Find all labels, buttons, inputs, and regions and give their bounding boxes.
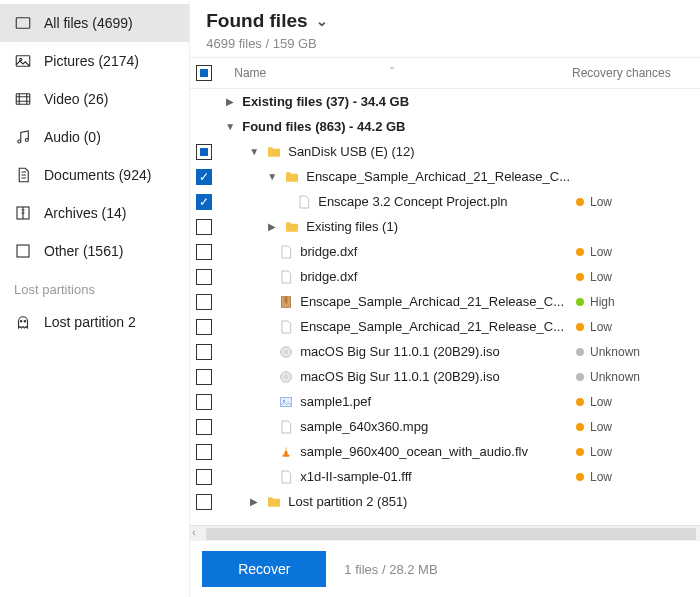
status-dot-icon [576, 423, 584, 431]
main-panel: Found files ⌄ 4699 files / 159 GB ⌃ Name… [190, 0, 700, 597]
column-recovery[interactable]: Recovery chances [572, 66, 692, 80]
file-row[interactable]: sample1.pef Low [190, 389, 700, 414]
page-title[interactable]: Found files ⌄ [206, 10, 684, 32]
row-checkbox[interactable] [196, 244, 212, 260]
sidebar-item-audio[interactable]: Audio (0) [0, 118, 189, 156]
group-row-found[interactable]: ▼ Found files (863) - 44.2 GB [190, 114, 700, 139]
row-checkbox[interactable] [196, 269, 212, 285]
image-icon [278, 394, 294, 410]
file-name: sample1.pef [300, 394, 570, 409]
header-subtitle: 4699 files / 159 GB [206, 36, 684, 51]
row-checkbox[interactable] [196, 219, 212, 235]
file-icon [278, 419, 294, 435]
file-name: sample_960x400_ocean_with_audio.flv [300, 444, 570, 459]
file-row[interactable]: bridge.dxf Low [190, 239, 700, 264]
file-row[interactable]: x1d-II-sample-01.fff Low [190, 464, 700, 489]
row-checkbox[interactable] [196, 169, 212, 185]
file-row[interactable]: sample_640x360.mpg Low [190, 414, 700, 439]
folder-row-usb[interactable]: ▼ SanDisk USB (E) (12) [190, 139, 700, 164]
column-name[interactable]: ⌃ Name [212, 66, 572, 80]
file-icon [278, 269, 294, 285]
recover-button[interactable]: Recover [202, 551, 326, 587]
sidebar-item-documents[interactable]: Documents (924) [0, 156, 189, 194]
column-header: ⌃ Name Recovery chances [190, 57, 700, 89]
file-row[interactable]: macOS Big Sur 11.0.1 (20B29).iso Unknown [190, 364, 700, 389]
folder-row-lost-partition[interactable]: ▶ Lost partition 2 (851) [190, 489, 700, 514]
expand-icon[interactable]: ▶ [266, 221, 278, 232]
row-checkbox[interactable] [196, 369, 212, 385]
sidebar-item-video[interactable]: Video (26) [0, 80, 189, 118]
file-row[interactable]: Enscape_Sample_Archicad_21_Release_C... … [190, 314, 700, 339]
expand-icon[interactable]: ▶ [248, 496, 260, 507]
status-dot-icon [576, 273, 584, 281]
status-dot-icon [576, 198, 584, 206]
row-checkbox[interactable] [196, 294, 212, 310]
row-checkbox[interactable] [196, 394, 212, 410]
scroll-thumb[interactable] [206, 528, 696, 540]
file-icon [296, 194, 312, 210]
documents-icon [14, 166, 32, 184]
disc-icon [278, 369, 294, 385]
svg-rect-19 [285, 449, 288, 450]
row-checkbox[interactable] [196, 494, 212, 510]
sort-arrow-icon: ⌃ [388, 65, 396, 76]
file-icon [278, 319, 294, 335]
select-all-checkbox[interactable] [196, 65, 212, 81]
svg-point-9 [24, 321, 26, 323]
svg-point-15 [285, 375, 288, 378]
archives-icon [14, 204, 32, 222]
sidebar-item-pictures[interactable]: Pictures (2174) [0, 42, 189, 80]
sidebar-item-label: Audio (0) [44, 129, 101, 145]
row-checkbox[interactable] [196, 194, 212, 210]
expand-icon[interactable]: ▶ [224, 96, 236, 107]
status-dot-icon [576, 373, 584, 381]
file-row[interactable]: Enscape 3.2 Concept Project.pln Low [190, 189, 700, 214]
row-checkbox[interactable] [196, 144, 212, 160]
row-checkbox[interactable] [196, 419, 212, 435]
file-row[interactable]: Enscape_Sample_Archicad_21_Release_C... … [190, 289, 700, 314]
collapse-icon[interactable]: ▼ [248, 146, 260, 157]
sidebar-item-archives[interactable]: Archives (14) [0, 194, 189, 232]
all-files-icon [14, 14, 32, 32]
row-checkbox[interactable] [196, 469, 212, 485]
folder-row-existing-1[interactable]: ▶ Existing files (1) [190, 214, 700, 239]
collapse-icon[interactable]: ▼ [266, 171, 278, 182]
audio-icon [14, 128, 32, 146]
folder-icon [284, 219, 300, 235]
sidebar-item-other[interactable]: Other (1561) [0, 232, 189, 270]
status-dot-icon [576, 398, 584, 406]
file-name: Enscape 3.2 Concept Project.pln [318, 194, 570, 209]
sidebar-item-label: Documents (924) [44, 167, 151, 183]
folder-row-enscape[interactable]: ▼ Enscape_Sample_Archicad_21_Release_C..… [190, 164, 700, 189]
file-rows[interactable]: ▶ Existing files (37) - 34.4 GB ▼ Found … [190, 89, 700, 525]
vlc-icon [278, 444, 294, 460]
svg-rect-0 [16, 18, 30, 29]
status-dot-icon [576, 248, 584, 256]
folder-icon [266, 494, 282, 510]
sidebar-item-lost-partition-2[interactable]: Lost partition 2 [0, 303, 189, 341]
folder-name: SanDisk USB (E) (12) [288, 144, 570, 159]
svg-point-4 [18, 140, 21, 143]
file-row[interactable]: macOS Big Sur 11.0.1 (20B29).iso Unknown [190, 339, 700, 364]
status-dot-icon [576, 348, 584, 356]
status-dot-icon [576, 448, 584, 456]
row-checkbox[interactable] [196, 444, 212, 460]
file-name: Enscape_Sample_Archicad_21_Release_C... [300, 319, 570, 334]
horizontal-scrollbar[interactable]: ‹ [190, 525, 700, 541]
group-row-existing[interactable]: ▶ Existing files (37) - 34.4 GB [190, 89, 700, 114]
sidebar-item-all-files[interactable]: All files (4699) [0, 4, 189, 42]
svg-rect-7 [17, 245, 29, 257]
collapse-icon[interactable]: ▼ [224, 121, 236, 132]
file-row[interactable]: bridge.dxf Low [190, 264, 700, 289]
scroll-left-icon[interactable]: ‹ [192, 527, 195, 538]
file-icon [278, 469, 294, 485]
sidebar: All files (4699) Pictures (2174) Video (… [0, 0, 190, 597]
file-name: macOS Big Sur 11.0.1 (20B29).iso [300, 369, 570, 384]
row-checkbox[interactable] [196, 319, 212, 335]
status-dot-icon [576, 323, 584, 331]
row-checkbox[interactable] [196, 344, 212, 360]
disc-icon [278, 344, 294, 360]
folder-icon [284, 169, 300, 185]
file-row[interactable]: sample_960x400_ocean_with_audio.flv Low [190, 439, 700, 464]
group-label: Existing files (37) - 34.4 GB [242, 94, 570, 109]
